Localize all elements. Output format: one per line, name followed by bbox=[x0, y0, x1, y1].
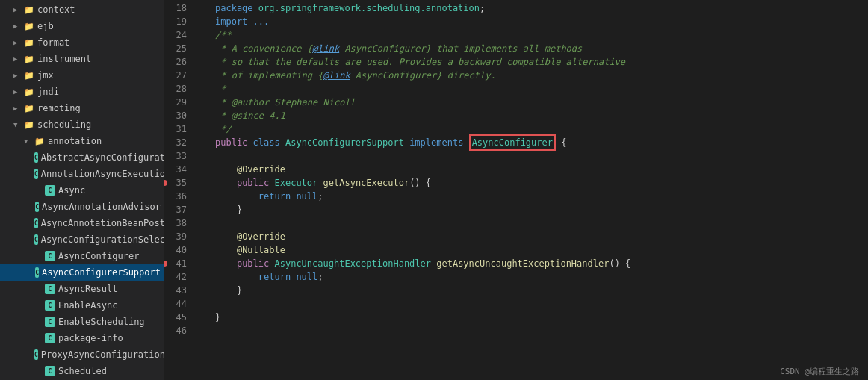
code-line: * of implementing {@link AsyncConfigurer… bbox=[215, 69, 868, 82]
tree-item-jndi[interactable]: ▶📁jndi bbox=[0, 84, 164, 100]
gutter-cell bbox=[194, 228, 209, 242]
code-line: @Override bbox=[215, 230, 868, 243]
folder-icon: 📁 bbox=[34, 137, 45, 146]
folder-icon: 📁 bbox=[24, 120, 34, 130]
line-number: 27 bbox=[164, 69, 187, 82]
code-line: } bbox=[215, 284, 868, 297]
code-line bbox=[215, 149, 868, 163]
tree-item-label: scheduling bbox=[37, 119, 91, 130]
line-number: 28 bbox=[164, 82, 187, 96]
line-number: 19 bbox=[164, 15, 187, 28]
class-icon: C bbox=[45, 317, 55, 327]
code-lines: package org.springframework.scheduling.a… bbox=[209, 0, 868, 380]
line-number: 32 bbox=[164, 136, 187, 149]
gutter-cell bbox=[194, 188, 209, 202]
code-line: public class AsyncConfigurerSupport impl… bbox=[215, 136, 868, 149]
arrow-right-icon: ▶ bbox=[13, 72, 22, 79]
gutter-cell bbox=[194, 81, 209, 94]
tree-item-annotation[interactable]: ▼📁annotation bbox=[0, 133, 164, 149]
code-text: * @since 4.1 bbox=[215, 109, 285, 122]
breakpoint-icon bbox=[164, 261, 167, 267]
code-line: } bbox=[215, 203, 868, 217]
tree-item-label: annotation bbox=[48, 136, 102, 146]
code-text: public Executor getAsyncExecutor() { bbox=[215, 176, 431, 190]
line-number: 46 bbox=[164, 324, 187, 337]
code-line bbox=[215, 297, 868, 311]
class-icon: C bbox=[34, 234, 38, 245]
code-line: * so that the defaults are used. Provide… bbox=[215, 55, 868, 69]
tree-item-asyncconfigurationselector[interactable]: CAsyncConfigurationSelector bbox=[0, 231, 164, 248]
line-number: 30 bbox=[164, 109, 187, 122]
code-editor: 1819242526272829303132333435363738394041… bbox=[164, 0, 868, 380]
tree-item-label: EnableScheduling bbox=[58, 317, 145, 327]
arrow-right-icon: ▶ bbox=[13, 6, 22, 13]
code-text: * @author Stephane Nicoll bbox=[215, 96, 356, 109]
tree-item-ejb[interactable]: ▶📁ejb bbox=[0, 18, 164, 34]
tree-item-annotationasyncexecutioninterceptor[interactable]: CAnnotationAsyncExecutionInterceptor bbox=[0, 166, 164, 182]
tree-item-enableasync[interactable]: CEnableAsync bbox=[0, 297, 164, 314]
tree-item-asyncconfigurer[interactable]: CAsyncConfigurer bbox=[0, 248, 164, 264]
line-number: 34 bbox=[164, 163, 187, 176]
folder-icon: 📁 bbox=[24, 87, 34, 97]
tree-item-label: AsyncResult bbox=[58, 284, 117, 294]
gutter-cell bbox=[194, 121, 209, 134]
gutter-cell bbox=[194, 54, 209, 67]
code-text: return null; bbox=[215, 190, 323, 203]
class-icon: C bbox=[34, 169, 38, 179]
gutter-cell bbox=[194, 13, 209, 27]
tree-item-abstractasyncconfiguration[interactable]: CAbstractAsyncConfiguration bbox=[0, 149, 164, 166]
tree-item-scheduling[interactable]: ▼📁scheduling bbox=[0, 116, 164, 133]
gutter-cell bbox=[194, 161, 209, 175]
arrow-right-icon: ▶ bbox=[13, 105, 22, 112]
tree-item-asyncannotationadvisor[interactable]: CAsyncAnnotationAdvisor bbox=[0, 199, 164, 215]
gutter-cell bbox=[194, 134, 209, 148]
tree-item-instrument[interactable]: ▶📁instrument bbox=[0, 51, 164, 67]
class-icon: C bbox=[45, 251, 55, 261]
tree-item-enablescheduling[interactable]: CEnableScheduling bbox=[0, 314, 164, 330]
tree-item-scheduled[interactable]: CScheduled bbox=[0, 363, 164, 379]
tree-item-asyncannotationbeanpostprocessor[interactable]: CAsyncAnnotationBeanPostProcessor bbox=[0, 215, 164, 231]
code-text: } bbox=[215, 203, 242, 217]
class-icon: C bbox=[45, 284, 55, 294]
tree-item-jmx[interactable]: ▶📁jmx bbox=[0, 67, 164, 84]
line-number: 39 bbox=[164, 230, 187, 243]
code-line: return null; bbox=[215, 270, 868, 284]
file-tree: ▶📁context▶📁ejb▶📁format▶📁instrument▶📁jmx▶… bbox=[0, 0, 164, 380]
code-text: @Nullable bbox=[215, 243, 285, 257]
tree-item-format[interactable]: ▶📁format bbox=[0, 34, 164, 51]
code-line: * A convenience {@link AsyncConfigurer} … bbox=[215, 42, 868, 55]
tree-item-label: context bbox=[37, 4, 75, 15]
tree-item-remoting[interactable]: ▶📁remoting bbox=[0, 100, 164, 116]
watermark: CSDN @编程重生之路 bbox=[771, 363, 868, 380]
folder-icon: 📁 bbox=[24, 5, 34, 15]
code-text: public AsyncUncaughtExceptionHandler get… bbox=[215, 257, 630, 270]
tree-item-asyncresult[interactable]: CAsyncResult bbox=[0, 281, 164, 297]
gutter-cell bbox=[194, 323, 209, 336]
tree-item-async[interactable]: CAsync bbox=[0, 182, 164, 199]
line-number: 36 bbox=[164, 190, 187, 203]
tree-item-asyncconfigurersupport[interactable]: CAsyncConfigurerSupport bbox=[0, 264, 164, 281]
line-number: 26 bbox=[164, 55, 187, 69]
tree-item-label: ejb bbox=[37, 21, 54, 31]
code-line: public AsyncUncaughtExceptionHandler get… bbox=[215, 257, 868, 270]
class-icon: C bbox=[35, 267, 39, 278]
class-icon: C bbox=[34, 218, 38, 228]
tree-item-proxyasyncconfiguration[interactable]: CProxyAsyncConfiguration bbox=[0, 346, 164, 363]
line-number: 29 bbox=[164, 96, 187, 109]
tree-item-label: format bbox=[37, 37, 69, 48]
tree-item-label: package-info bbox=[58, 333, 123, 343]
code-line: } bbox=[215, 311, 868, 324]
gutter-cell bbox=[194, 148, 209, 161]
tree-item-package-info[interactable]: Cpackage-info bbox=[0, 330, 164, 346]
code-line: public Executor getAsyncExecutor() { bbox=[215, 176, 868, 190]
gutter-cell bbox=[194, 242, 209, 255]
class-icon: C bbox=[45, 185, 55, 196]
tree-item-label: AsyncConfigurationSelector bbox=[41, 234, 164, 245]
tree-item-label: Async bbox=[58, 185, 85, 196]
line-number: 42 bbox=[164, 270, 187, 284]
gutter-cell bbox=[194, 67, 209, 81]
line-number: 24 bbox=[164, 28, 187, 42]
code-line: @Override bbox=[215, 163, 868, 176]
line-number: 31 bbox=[164, 122, 187, 136]
tree-item-context[interactable]: ▶📁context bbox=[0, 1, 164, 18]
